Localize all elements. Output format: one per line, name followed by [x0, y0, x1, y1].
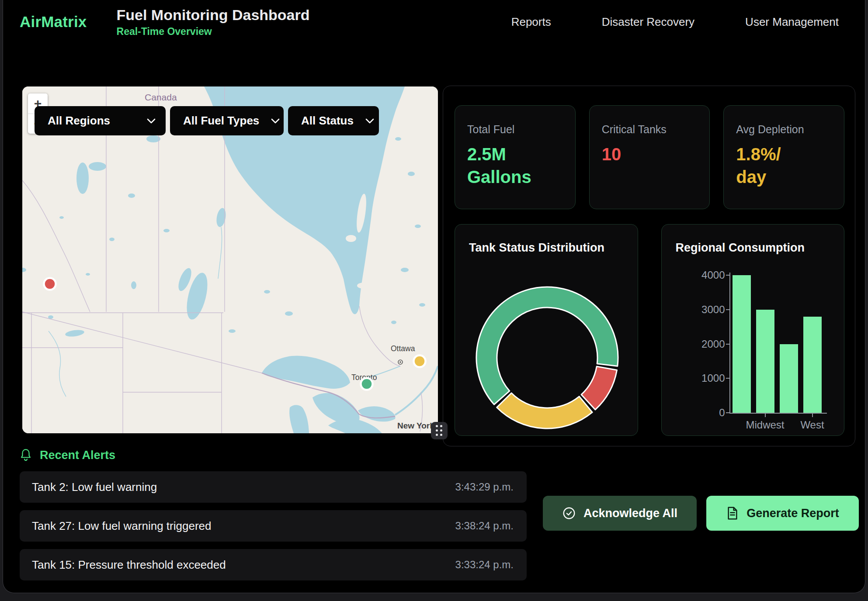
- x-tick-label: West: [800, 419, 824, 431]
- alerts-title: Recent Alerts: [40, 449, 115, 462]
- alert-message: Tank 2: Low fuel warning: [32, 480, 157, 494]
- chevron-down-icon: [365, 118, 375, 124]
- bar-south: [780, 344, 798, 413]
- map-canvas[interactable]: Canada OttawaTorontoNew York: [22, 86, 438, 433]
- dropdown-label: All Fuel Types: [183, 114, 259, 128]
- kpi-value: 1.8%/ day: [736, 143, 832, 188]
- y-tick-mark: [726, 344, 729, 345]
- kpi-card-avg-depletion: Avg Depletion1.8%/ day: [723, 105, 844, 209]
- kpi-row: Total Fuel2.5M GallonsCritical Tanks10Av…: [455, 105, 844, 209]
- map-label-canada: Canada: [145, 92, 177, 102]
- nav-item-disaster-recovery[interactable]: Disaster Recovery: [602, 15, 694, 29]
- alert-timestamp: 3:38:24 p.m.: [455, 520, 514, 532]
- y-axis-line: [729, 273, 730, 414]
- nav-item-user-management[interactable]: User Management: [745, 15, 839, 29]
- nav-item-reports[interactable]: Reports: [511, 15, 551, 29]
- x-tick-mark: [812, 414, 813, 417]
- y-tick-mark: [726, 378, 729, 379]
- dropdown-label: All Regions: [48, 114, 110, 128]
- stats-panel: Total Fuel2.5M GallonsCritical Tanks10Av…: [443, 86, 855, 446]
- filter-dropdown-all-fuel-types[interactable]: All Fuel Types: [170, 106, 284, 135]
- app-window: AirMatrix Fuel Monitoring Dashboard Real…: [3, 0, 865, 593]
- bell-icon: [20, 448, 32, 462]
- alert-message: Tank 27: Low fuel warning triggered: [32, 519, 211, 533]
- kpi-label: Total Fuel: [467, 123, 563, 136]
- document-icon: [726, 506, 739, 520]
- x-tick-mark: [765, 414, 766, 417]
- map-resize-handle[interactable]: [431, 422, 448, 439]
- map-filter-bar: All RegionsAll Fuel TypesAll Status: [35, 106, 379, 135]
- y-tick-label: 2000: [686, 338, 725, 350]
- y-tick-label: 3000: [686, 304, 725, 316]
- filter-dropdown-all-status[interactable]: All Status: [288, 106, 379, 135]
- filter-dropdown-all-regions[interactable]: All Regions: [35, 106, 166, 135]
- brand-logo: AirMatrix: [20, 13, 87, 31]
- tank-marker-critical[interactable]: [44, 278, 56, 290]
- page-title: Fuel Monitoring Dashboard: [117, 6, 310, 24]
- alerts-header: Recent Alerts: [20, 448, 115, 462]
- map-panel[interactable]: Canada OttawaTorontoNew York + − All Reg…: [22, 86, 438, 433]
- alert-row[interactable]: Tank 2: Low fuel warning3:43:29 p.m.: [20, 471, 527, 503]
- regional-consumption-card: Regional Consumption 01000200030004000Mi…: [661, 224, 845, 436]
- donut-chart-title: Tank Status Distribution: [469, 241, 604, 255]
- header: AirMatrix Fuel Monitoring Dashboard Real…: [3, 0, 865, 44]
- alert-timestamp: 3:43:29 p.m.: [455, 481, 514, 493]
- title-block: Fuel Monitoring Dashboard Real-Time Over…: [117, 6, 310, 38]
- y-tick-label: 4000: [686, 269, 725, 281]
- y-tick-label: 1000: [686, 372, 725, 384]
- y-tick-mark: [726, 309, 729, 310]
- acknowledge-all-button[interactable]: Acknowledge All: [543, 496, 697, 531]
- page-subtitle: Real-Time Overview: [117, 26, 310, 38]
- kpi-label: Critical Tanks: [602, 123, 698, 136]
- bar-northeast: [733, 275, 751, 413]
- bar-chart: 01000200030004000MidwestWest: [662, 225, 844, 435]
- generate-report-label: Generate Report: [746, 507, 839, 520]
- donut-segment-warning: [497, 393, 593, 428]
- kpi-value: 10: [602, 143, 698, 166]
- tank-marker-warning[interactable]: [414, 356, 426, 367]
- y-tick-mark: [726, 275, 729, 276]
- check-circle-icon: [562, 506, 576, 520]
- alert-timestamp: 3:33:24 p.m.: [455, 559, 514, 571]
- generate-report-button[interactable]: Generate Report: [706, 496, 859, 531]
- kpi-card-total-fuel: Total Fuel2.5M Gallons: [455, 105, 576, 209]
- alert-row[interactable]: Tank 27: Low fuel warning triggered3:38:…: [20, 510, 527, 542]
- acknowledge-all-label: Acknowledge All: [583, 507, 677, 520]
- bar-west: [803, 317, 822, 413]
- y-tick-mark: [726, 412, 729, 413]
- action-buttons: Acknowledge All Generate Report: [543, 496, 859, 531]
- chevron-down-icon: [271, 118, 280, 124]
- tank-marker-normal[interactable]: [361, 378, 373, 390]
- charts-row: Tank Status Distribution Regional Consum…: [455, 224, 844, 436]
- y-tick-label: 0: [686, 407, 725, 419]
- top-nav: ReportsDisaster RecoveryUser Management: [511, 15, 865, 29]
- kpi-label: Avg Depletion: [736, 123, 832, 136]
- alert-row[interactable]: Tank 15: Pressure threshold exceeded3:33…: [20, 549, 527, 580]
- alert-message: Tank 15: Pressure threshold exceeded: [32, 558, 226, 572]
- alert-list: Tank 2: Low fuel warning3:43:29 p.m.Tank…: [20, 471, 527, 588]
- x-tick-label: Midwest: [746, 419, 784, 431]
- donut-chart: [473, 283, 621, 434]
- kpi-card-critical-tanks: Critical Tanks10: [589, 105, 710, 209]
- donut-segment-critical: [581, 366, 617, 410]
- chevron-down-icon: [146, 118, 156, 124]
- dropdown-label: All Status: [301, 114, 354, 128]
- kpi-value: 2.5M Gallons: [467, 143, 563, 188]
- map-city-label-new-york: New York: [397, 421, 434, 430]
- tank-status-card: Tank Status Distribution: [455, 224, 638, 436]
- bar-midwest: [756, 310, 774, 413]
- map-city-label-ottawa: Ottawa: [391, 344, 415, 353]
